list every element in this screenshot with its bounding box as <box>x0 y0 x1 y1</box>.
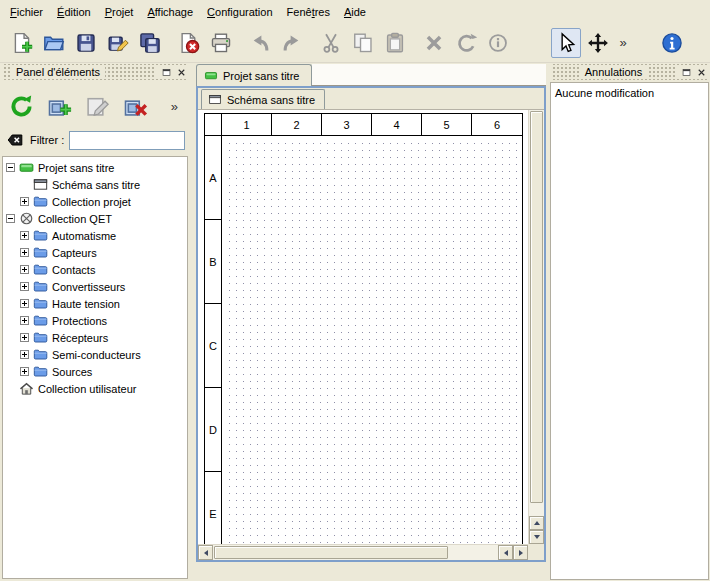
scroll-right-button[interactable] <box>513 545 528 560</box>
tree-item-capteurs[interactable]: Capteurs <box>3 244 187 261</box>
tree-item-contacts[interactable]: Contacts <box>3 261 187 278</box>
close-icon <box>176 67 187 78</box>
reload-collections-button[interactable] <box>6 91 36 121</box>
print-button[interactable] <box>206 28 236 58</box>
horizontal-scrollbar-track[interactable] <box>213 545 498 560</box>
vertical-scrollbar-thumb[interactable] <box>530 111 543 503</box>
toolbar-group <box>244 28 308 58</box>
menu-edition[interactable]: Édition <box>50 2 98 22</box>
delete-element-button[interactable] <box>120 91 150 121</box>
expand-icon[interactable] <box>20 367 29 376</box>
tree-item-haute-tension[interactable]: Haute tension <box>3 295 187 312</box>
tree-item-collection-projet[interactable]: Collection projet <box>3 193 187 210</box>
menu-aide[interactable]: Aide <box>337 2 373 22</box>
main-toolbar: » <box>0 23 710 63</box>
expand-icon[interactable] <box>20 333 29 342</box>
rotate-icon <box>455 32 477 54</box>
tree-item-label: Schéma sans titre <box>52 179 140 191</box>
visualisation-mode-button[interactable] <box>583 28 613 58</box>
expand-icon[interactable] <box>20 299 29 308</box>
tree-item-collection-qet[interactable]: Collection QET <box>3 210 187 227</box>
rotate-button[interactable] <box>451 28 481 58</box>
close-panel-button[interactable] <box>694 65 708 79</box>
paste-icon <box>384 32 406 54</box>
qet-collection-icon <box>19 211 34 226</box>
expand-icon[interactable] <box>20 316 29 325</box>
tree-item-label: Convertisseurs <box>52 281 125 293</box>
horizontal-scrollbar-thumb[interactable] <box>214 546 448 559</box>
scroll-down-button[interactable] <box>529 530 544 544</box>
redo-icon <box>281 32 303 54</box>
close-panel-button[interactable] <box>174 65 188 79</box>
paste-button[interactable] <box>380 28 410 58</box>
undo-button[interactable] <box>245 28 275 58</box>
menu-fenetres[interactable]: Fenêtres <box>280 2 337 22</box>
elements-panel-titlebar[interactable]: Panel d'éléments <box>2 64 188 80</box>
expand-icon[interactable] <box>20 197 29 206</box>
row-header-e: E <box>205 472 221 544</box>
project-tab[interactable]: Projet sans titre <box>196 64 312 86</box>
tree-item-schema-sans-titre[interactable]: Schéma sans titre <box>3 176 187 193</box>
collapse-icon[interactable] <box>6 214 15 223</box>
tree-item-convertisseurs[interactable]: Convertisseurs <box>3 278 187 295</box>
save-button[interactable] <box>71 28 101 58</box>
about-qet-button[interactable] <box>657 28 687 58</box>
redo-button[interactable] <box>277 28 307 58</box>
column-header-1: 1 <box>222 114 272 135</box>
save-all-button[interactable] <box>135 28 165 58</box>
horizontal-scrollbar[interactable] <box>198 544 528 560</box>
save-as-button[interactable] <box>103 28 133 58</box>
expand-icon[interactable] <box>20 350 29 359</box>
tree-item-collection-utilisateur[interactable]: Collection utilisateur <box>3 380 187 397</box>
close-icon <box>696 67 707 78</box>
edit-element-button[interactable] <box>82 91 112 121</box>
collapse-icon[interactable] <box>6 163 15 172</box>
filter-row: Filtrer : <box>0 128 190 152</box>
undo-icon <box>249 32 271 54</box>
float-panel-button[interactable] <box>679 65 693 79</box>
expand-icon[interactable] <box>20 231 29 240</box>
tree-item-protections[interactable]: Protections <box>3 312 187 329</box>
tree-item-label: Semi-conducteurs <box>52 349 141 361</box>
column-headers: 123456 <box>222 114 522 136</box>
tree-item-projet-sans-titre[interactable]: Projet sans titre <box>3 159 187 176</box>
folder-icon <box>33 313 48 328</box>
scroll-left-button-right[interactable] <box>498 545 513 560</box>
cut-button[interactable] <box>316 28 346 58</box>
application-window: FichierÉditionProjetAffichageConfigurati… <box>0 0 710 581</box>
tree-item-semi-conducteurs[interactable]: Semi-conducteurs <box>3 346 187 363</box>
scroll-up-button[interactable] <box>529 516 544 530</box>
undo-list-item[interactable]: Aucune modification <box>553 84 706 101</box>
new-element-button[interactable] <box>44 91 74 121</box>
diagram-tab[interactable]: Schéma sans titre <box>201 89 325 109</box>
menu-projet[interactable]: Projet <box>98 2 141 22</box>
tree-item-sources[interactable]: Sources <box>3 363 187 380</box>
clear-filter-button[interactable] <box>5 132 25 148</box>
diagram-canvas[interactable]: 123456 ABCDE <box>198 110 528 544</box>
open-folder-icon <box>43 32 65 54</box>
scroll-left-button[interactable] <box>198 545 213 560</box>
expand-icon[interactable] <box>20 282 29 291</box>
selection-mode-button[interactable] <box>551 28 581 58</box>
menu-fichier[interactable]: Fichier <box>3 2 50 22</box>
copy-button[interactable] <box>348 28 378 58</box>
open-project-button[interactable] <box>39 28 69 58</box>
panel-overflow-button[interactable]: » <box>165 99 184 114</box>
float-panel-button[interactable] <box>159 65 173 79</box>
undo-panel-titlebar[interactable]: Annulations <box>551 64 708 80</box>
expand-icon[interactable] <box>20 248 29 257</box>
menu-configuration[interactable]: Configuration <box>200 2 279 22</box>
tree-item-recepteurs[interactable]: Récepteurs <box>3 329 187 346</box>
toolbar-overflow-button[interactable]: » <box>615 28 631 58</box>
filter-input[interactable] <box>69 131 185 150</box>
close-file-button[interactable] <box>174 28 204 58</box>
element-info-button[interactable] <box>483 28 513 58</box>
new-document-button[interactable] <box>7 28 37 58</box>
menu-affichage[interactable]: Affichage <box>140 2 200 22</box>
delete-button[interactable] <box>419 28 449 58</box>
save-as-icon <box>107 32 129 54</box>
vertical-scrollbar[interactable] <box>528 110 544 544</box>
titlebar-grip <box>105 64 156 80</box>
tree-item-automatisme[interactable]: Automatisme <box>3 227 187 244</box>
expand-icon[interactable] <box>20 265 29 274</box>
